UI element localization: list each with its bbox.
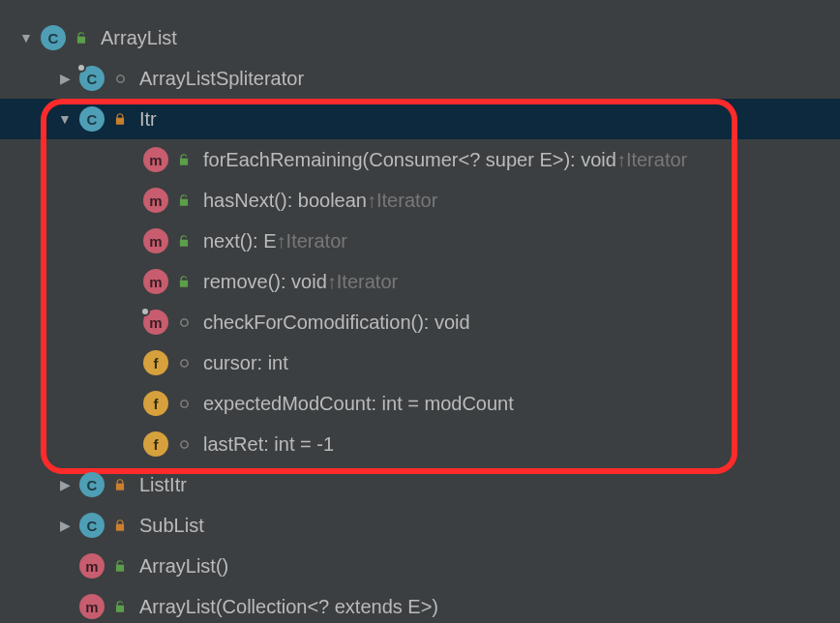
tree-row[interactable]: ▶ListItr <box>0 464 840 505</box>
member-label: ArrayListSpliterator <box>139 68 304 90</box>
package-visibility-icon <box>176 396 192 411</box>
field-icon <box>143 391 168 416</box>
class-icon <box>41 25 66 50</box>
field-icon <box>143 431 168 457</box>
member-label: ArrayList() <box>139 555 228 578</box>
tree-row[interactable]: ▶ArrayListSpliterator <box>0 58 840 99</box>
svg-point-0 <box>116 74 123 81</box>
tree-row[interactable]: ▶remove(): void ↑Iterator <box>0 261 840 302</box>
tree-row[interactable]: ▼Itr <box>0 99 840 139</box>
method-icon <box>143 269 168 294</box>
chevron-right-icon[interactable]: ▶ <box>56 518 74 533</box>
private-visibility-icon <box>112 111 128 127</box>
member-label: hasNext(): boolean <box>203 190 367 212</box>
svg-point-4 <box>180 440 187 447</box>
final-marker-icon <box>140 307 150 316</box>
private-visibility-icon <box>112 477 128 492</box>
member-label: checkForComodification(): void <box>203 312 470 334</box>
field-icon <box>143 350 168 375</box>
inherited-from-label: ↑Iterator <box>277 230 347 252</box>
tree-row[interactable]: ▶next(): E ↑Iterator <box>0 221 840 261</box>
inherited-from-label: ↑Iterator <box>327 271 398 293</box>
svg-point-1 <box>180 318 187 325</box>
chevron-right-icon[interactable]: ▶ <box>56 71 74 86</box>
chevron-right-icon[interactable]: ▶ <box>56 477 74 492</box>
public-visibility-icon <box>176 274 192 289</box>
method-icon <box>143 228 168 253</box>
svg-point-3 <box>180 400 187 406</box>
tree-row[interactable]: ▶expectedModCount: int = modCount <box>0 383 840 424</box>
package-visibility-icon <box>112 71 128 86</box>
tree-row[interactable]: ▶lastRet: int = -1 <box>0 424 840 464</box>
public-visibility-icon <box>176 152 192 167</box>
tree-row[interactable]: ▶checkForComodification(): void <box>0 302 840 342</box>
tree-row[interactable]: ▶cursor: int <box>0 342 840 383</box>
member-label: expectedModCount: int = modCount <box>203 393 514 415</box>
member-label: cursor: int <box>203 352 288 374</box>
tree-row[interactable]: ▶forEachRemaining(Consumer<? super E>): … <box>0 139 840 180</box>
public-visibility-icon <box>74 30 89 45</box>
public-visibility-icon <box>176 233 192 249</box>
member-label: ArrayList <box>101 27 177 49</box>
chevron-down-icon[interactable]: ▼ <box>56 111 74 127</box>
member-label: forEachRemaining(Consumer<? super E>): v… <box>203 149 616 171</box>
inherited-from-label: ↑Iterator <box>367 190 437 212</box>
member-label: SubList <box>139 515 204 537</box>
method-icon <box>143 188 168 213</box>
member-label: ArrayList(Collection<? extends E>) <box>139 596 438 618</box>
tree-row[interactable]: ▼ArrayList <box>0 17 840 58</box>
member-label: next(): E <box>203 230 277 252</box>
private-visibility-icon <box>112 518 128 533</box>
class-icon <box>79 106 105 132</box>
public-visibility-icon <box>112 599 128 614</box>
member-label: Itr <box>139 108 157 131</box>
public-visibility-icon <box>112 558 128 574</box>
package-visibility-icon <box>176 314 192 330</box>
class-icon <box>79 66 105 91</box>
inherited-from-label: ↑Iterator <box>616 149 687 171</box>
chevron-down-icon[interactable]: ▼ <box>17 30 35 45</box>
tree-row[interactable]: ▶ArrayList(Collection<? extends E>) <box>0 586 840 623</box>
member-label: remove(): void <box>203 271 327 293</box>
method-icon <box>79 553 105 578</box>
method-icon <box>143 147 168 172</box>
final-marker-icon <box>76 63 86 73</box>
tree-row[interactable]: ▶ArrayList() <box>0 546 840 586</box>
package-visibility-icon <box>176 355 192 371</box>
package-visibility-icon <box>176 436 192 452</box>
tree-row[interactable]: ▶hasNext(): boolean ↑Iterator <box>0 180 840 221</box>
member-label: lastRet: int = -1 <box>203 433 334 456</box>
tree-row[interactable]: ▶SubList <box>0 505 840 546</box>
method-icon <box>79 594 105 619</box>
method-icon <box>143 310 168 335</box>
member-label: ListItr <box>139 474 187 496</box>
structure-tree: ▼ArrayList▶ArrayListSpliterator▼Itr▶forE… <box>0 17 840 623</box>
svg-point-2 <box>180 359 187 366</box>
class-icon <box>79 513 105 538</box>
class-icon <box>79 472 105 497</box>
public-visibility-icon <box>176 193 192 208</box>
